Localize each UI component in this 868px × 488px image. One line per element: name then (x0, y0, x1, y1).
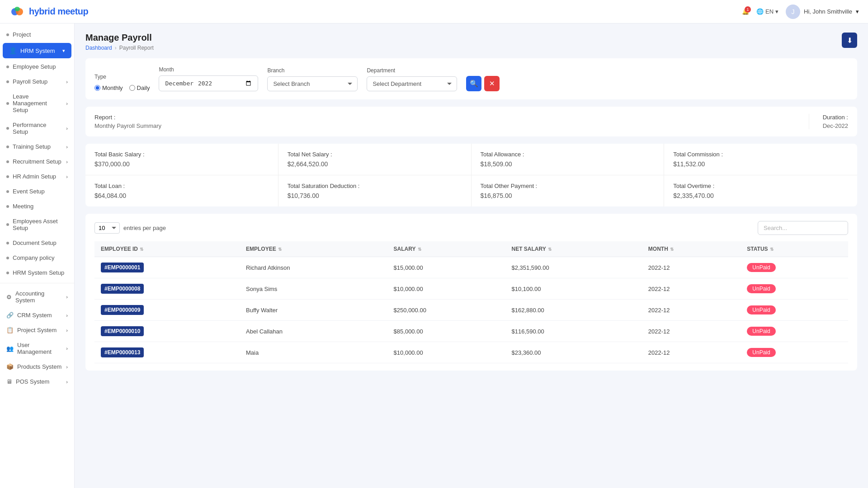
status-badge: UnPaid (747, 327, 775, 336)
th-employee[interactable]: EMPLOYEE⇅ (240, 241, 387, 257)
employee-name-cell: Abel Callahan (240, 321, 387, 342)
sidebar-item-label: POS System (16, 378, 49, 385)
sidebar-item-leave-management[interactable]: Leave Management Setup › (0, 89, 74, 117)
language-selector[interactable]: 🌐 EN ▾ (756, 8, 778, 15)
sidebar-item-label: Document Setup (13, 239, 57, 246)
branch-select[interactable]: Select Branch (267, 76, 358, 91)
monthly-radio-label[interactable]: Monthly (94, 84, 123, 91)
table-controls: 10 25 50 100 entries per page (94, 221, 848, 235)
sidebar-item-label: Accounting System (15, 290, 62, 304)
summary-card-value: $64,084.00 (94, 192, 269, 199)
dot-icon (6, 33, 9, 36)
department-select[interactable]: Select Department (367, 76, 457, 91)
sidebar-item-label: Project (13, 31, 31, 38)
sidebar-item-hrm-system-setup[interactable]: HRM System Setup (0, 265, 74, 280)
notification-button[interactable]: 🔔 1 (742, 8, 749, 15)
entries-select[interactable]: 10 25 50 100 (94, 222, 120, 234)
summary-card: Total Allowance : $18,509.00 (472, 144, 665, 175)
summary-card: Total Overtime : $2,335,470.00 (664, 175, 857, 206)
department-filter-group: Department Select Department (367, 67, 457, 91)
chevron-right-icon: › (66, 364, 68, 370)
user-menu[interactable]: J Hi, John Smithville ▾ (786, 5, 859, 19)
monthly-radio[interactable] (94, 85, 100, 91)
entries-label: entries per page (123, 225, 166, 231)
reset-button[interactable]: ✕ (484, 76, 500, 91)
net-salary-cell: $116,590.00 (505, 321, 642, 342)
dot-icon (6, 160, 9, 163)
sidebar-item-company-policy[interactable]: Company policy (0, 250, 74, 265)
salary-cell: $85,000.00 (387, 321, 505, 342)
net-salary-cell: $2,351,590.00 (505, 257, 642, 278)
breadcrumb: Dashboard › Payroll Report (85, 45, 154, 51)
sidebar-item-label: CRM System (17, 312, 52, 319)
dot-icon (6, 223, 9, 226)
chevron-right-icon: › (66, 79, 68, 84)
sidebar-item-recruitment-setup[interactable]: Recruitment Setup › (0, 154, 74, 169)
summary-card-value: $2,664,520.00 (288, 160, 462, 168)
daily-radio[interactable] (129, 85, 135, 91)
sidebar-item-label: HRM System Setup (13, 269, 64, 276)
crm-icon: 🔗 (6, 312, 14, 319)
status-cell: UnPaid (741, 300, 848, 321)
accounting-icon: ⚙ (6, 294, 12, 300)
sidebar-item-document-setup[interactable]: Document Setup (0, 235, 74, 250)
status-cell: UnPaid (741, 278, 848, 300)
th-status[interactable]: STATUS⇅ (741, 241, 848, 257)
daily-radio-label[interactable]: Daily (129, 84, 150, 91)
month-filter-group: Month (159, 66, 258, 91)
table-row: #EMP0000013 Maia $10,000.00 $23,360.00 2… (94, 342, 848, 363)
branch-label: Branch (267, 67, 358, 74)
sidebar-item-products-system[interactable]: 📦 Products System › (0, 359, 74, 374)
th-employee_id[interactable]: EMPLOYEE ID⇅ (94, 241, 240, 257)
download-icon: ⬇ (847, 36, 853, 45)
sidebar-item-label: Payroll Setup (13, 78, 47, 85)
employee-id-badge: #EMP0000013 (101, 347, 144, 357)
table-search-input[interactable] (758, 221, 848, 235)
duration-value: Dec-2022 (823, 122, 848, 129)
sidebar-item-hr-admin-setup[interactable]: HR Admin Setup › (0, 169, 74, 184)
month-input[interactable] (159, 75, 258, 91)
search-button[interactable]: 🔍 (466, 76, 481, 91)
sidebar-item-hrm-system[interactable]: 👤 HRM System ▾ (3, 43, 71, 58)
sort-icon: ⇅ (418, 247, 421, 252)
sidebar-item-employee-setup[interactable]: Employee Setup (0, 59, 74, 74)
sidebar-item-performance-setup[interactable]: Performance Setup › (0, 117, 74, 139)
language-label: EN (765, 8, 774, 15)
salary-cell: $250,000.00 (387, 300, 505, 321)
sidebar-item-pos-system[interactable]: 🖥 POS System › (0, 374, 74, 389)
dot-icon (6, 205, 9, 208)
salary-cell: $15,000.00 (387, 257, 505, 278)
type-label: Type (94, 74, 150, 80)
sidebar-item-label: Company policy (13, 254, 55, 261)
report-info-left: Report : Monthly Payroll Summary (94, 114, 809, 129)
th-salary[interactable]: SALARY⇅ (387, 241, 505, 257)
dot-icon (6, 190, 9, 193)
sidebar-item-meeting[interactable]: Meeting (0, 199, 74, 214)
sidebar-item-accounting-system[interactable]: ⚙ Accounting System › (0, 286, 74, 308)
summary-card: Total Commission : $11,532.00 (664, 144, 857, 175)
breadcrumb-separator: › (115, 45, 117, 51)
th-net_salary[interactable]: NET SALARY⇅ (505, 241, 642, 257)
download-button[interactable]: ⬇ (842, 33, 857, 48)
summary-card-label: Total Allowance : (481, 151, 655, 158)
sidebar-item-label: Project System (17, 327, 57, 333)
sidebar-item-payroll-setup[interactable]: Payroll Setup › (0, 74, 74, 89)
status-badge: UnPaid (747, 263, 775, 272)
sidebar-item-label: HRM System (20, 47, 55, 54)
month-cell: 2022-12 (642, 300, 741, 321)
status-cell: UnPaid (741, 342, 848, 363)
sidebar-item-crm-system[interactable]: 🔗 CRM System › (0, 308, 74, 323)
breadcrumb-home[interactable]: Dashboard (85, 45, 112, 51)
sidebar-item-project-system[interactable]: 📋 Project System › (0, 323, 74, 338)
month-label: Month (159, 66, 258, 73)
sort-icon: ⇅ (670, 247, 674, 252)
sidebar-item-label: Products System (17, 363, 61, 370)
sidebar-item-training-setup[interactable]: Training Setup › (0, 139, 74, 154)
th-month[interactable]: MONTH⇅ (642, 241, 741, 257)
sidebar-item-employees-asset[interactable]: Employees Asset Setup (0, 214, 74, 235)
sidebar-item-event-setup[interactable]: Event Setup (0, 184, 74, 199)
sidebar-item-project[interactable]: Project (0, 27, 74, 42)
sidebar-item-user-management[interactable]: 👥 User Management › (0, 338, 74, 359)
table-row: #EMP0000008 Sonya Sims $10,000.00 $10,10… (94, 278, 848, 300)
sidebar-item-label: Leave Management Setup (13, 93, 62, 113)
